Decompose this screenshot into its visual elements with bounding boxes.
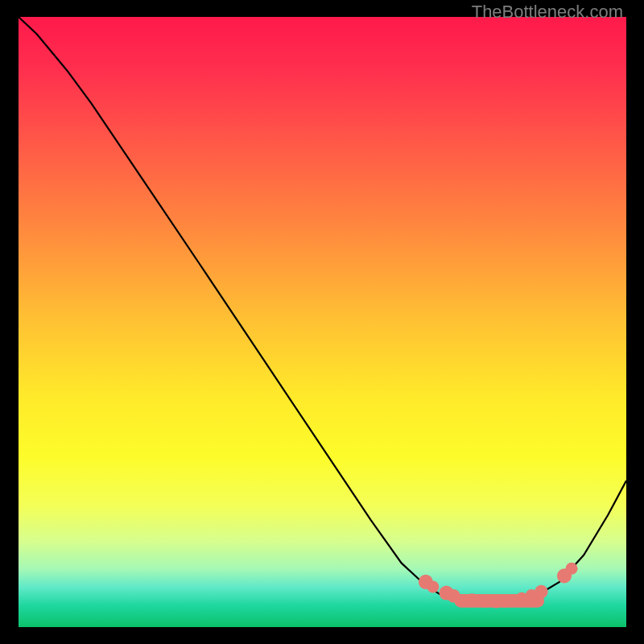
data-marker	[566, 563, 578, 575]
bottleneck-curve-plot	[19, 17, 626, 627]
data-marker	[466, 593, 478, 605]
data-marker	[479, 596, 491, 608]
data-marker	[447, 589, 460, 603]
data-marker	[427, 580, 439, 592]
gradient-background	[19, 17, 626, 627]
watermark-text: TheBottleneck.com	[472, 2, 623, 23]
chart-frame	[19, 17, 626, 627]
data-marker	[535, 585, 548, 599]
